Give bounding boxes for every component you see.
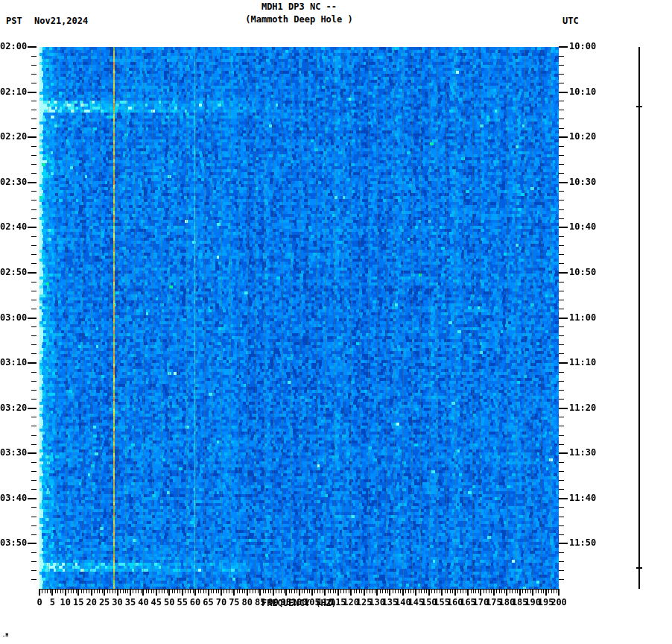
left-axis-minor-tick: [31, 552, 37, 553]
frequency-major-tick: [104, 589, 105, 596]
left-axis-minor-tick: [31, 291, 37, 291]
right-axis-minor-tick: [559, 128, 564, 129]
left-axis-major-tick: [28, 92, 37, 93]
left-axis-time-label: 03:30: [0, 447, 27, 458]
frequency-major-tick: [558, 589, 560, 596]
timezone-left-label: PST: [6, 16, 22, 26]
left-axis-time-label: 02:10: [0, 86, 27, 97]
frequency-minor-tick: [213, 589, 214, 593]
right-axis-minor-tick: [559, 300, 564, 300]
frequency-minor-tick: [522, 589, 523, 593]
frequency-minor-tick: [127, 589, 128, 593]
frequency-minor-tick: [349, 589, 349, 593]
frequency-major-tick: [376, 589, 378, 596]
frequency-major-tick: [182, 589, 183, 596]
frequency-minor-tick: [457, 589, 458, 593]
frequency-minor-tick: [151, 589, 152, 593]
frequency-major-tick: [402, 589, 404, 596]
right-axis-time-label: 11:30: [569, 447, 602, 458]
frequency-minor-tick: [504, 589, 505, 593]
right-axis-time-label: 10:00: [569, 41, 602, 51]
frequency-minor-tick: [284, 589, 285, 593]
right-axis-minor-tick: [559, 236, 564, 237]
frequency-major-tick: [493, 589, 495, 596]
right-axis-time-label: 11:00: [569, 312, 602, 323]
frequency-minor-tick: [375, 589, 375, 593]
right-axis-minor-tick: [559, 552, 564, 553]
frequency-minor-tick: [340, 589, 341, 593]
right-axis-minor-tick: [559, 417, 564, 417]
frequency-major-tick: [545, 589, 547, 596]
left-axis-minor-tick: [31, 462, 37, 463]
right-axis-minor-tick: [559, 200, 564, 201]
left-axis-time-label: 02:00: [0, 41, 27, 51]
frequency-minor-tick: [343, 589, 344, 593]
frequency-minor-tick: [302, 589, 302, 593]
frequency-minor-tick: [426, 589, 427, 593]
frequency-major-tick: [454, 589, 456, 596]
frequency-minor-tick: [541, 589, 542, 593]
right-axis-minor-tick: [559, 444, 564, 445]
right-axis-major-tick: [559, 362, 568, 364]
left-axis-major-tick: [28, 498, 37, 499]
left-axis-major-tick: [28, 272, 37, 274]
frequency-minor-tick: [359, 589, 360, 593]
right-axis-major-tick: [559, 272, 568, 274]
right-axis-minor-tick: [559, 579, 564, 580]
right-axis-major-tick: [559, 182, 568, 183]
frequency-major-tick: [247, 589, 248, 596]
right-axis-minor-tick: [559, 291, 564, 291]
left-axis-minor-tick: [31, 372, 37, 373]
frequency-minor-tick: [489, 589, 489, 593]
right-axis-time-label: 10:20: [569, 131, 602, 142]
frequency-minor-tick: [304, 589, 305, 593]
right-axis-minor-tick: [559, 353, 564, 354]
frequency-minor-tick: [294, 589, 295, 593]
right-axis-minor-tick: [559, 390, 564, 391]
frequency-minor-tick: [276, 589, 276, 593]
left-axis-major-tick: [28, 46, 37, 48]
left-axis-time-label: 03:10: [0, 357, 27, 367]
left-axis-minor-tick: [31, 209, 37, 210]
right-axis-time-label: 10:50: [569, 267, 602, 277]
frequency-minor-tick: [174, 589, 175, 593]
frequency-minor-tick: [281, 589, 282, 593]
frequency-minor-tick: [180, 589, 180, 593]
right-axis-minor-tick: [559, 344, 564, 345]
frequency-minor-tick: [94, 589, 95, 593]
frequency-minor-tick: [421, 589, 422, 593]
frequency-minor-tick: [203, 589, 204, 593]
frequency-minor-tick: [367, 589, 367, 593]
frequency-minor-tick: [289, 589, 290, 593]
frequency-minor-tick: [501, 589, 502, 593]
frequency-minor-tick: [89, 589, 89, 593]
frequency-major-tick: [532, 589, 533, 596]
left-axis-minor-tick: [31, 471, 37, 472]
left-axis-minor-tick: [31, 335, 37, 336]
frequency-minor-tick: [400, 589, 401, 593]
frequency-minor-tick: [242, 589, 243, 593]
frequency-minor-tick: [50, 589, 51, 593]
left-axis-minor-tick: [31, 101, 37, 101]
right-axis-minor-tick: [559, 570, 564, 571]
frequency-major-tick: [299, 589, 300, 596]
frequency-minor-tick: [554, 589, 554, 593]
frequency-minor-tick: [484, 589, 484, 593]
left-axis-minor-tick: [31, 218, 37, 219]
left-axis-minor-tick: [31, 146, 37, 147]
right-axis-minor-tick: [559, 101, 564, 101]
right-axis-major-tick: [559, 92, 568, 93]
left-axis-minor-tick: [31, 480, 37, 481]
right-axis-major-tick: [559, 46, 568, 48]
frequency-minor-tick: [354, 589, 355, 593]
right-axis-major-tick: [559, 543, 568, 544]
frequency-minor-tick: [361, 589, 362, 593]
left-axis-time-label: 02:20: [0, 131, 27, 142]
frequency-major-tick: [156, 589, 157, 596]
left-axis-minor-tick: [31, 191, 37, 192]
frequency-minor-tick: [452, 589, 453, 593]
left-axis-major-tick: [28, 408, 37, 409]
frequency-minor-tick: [330, 589, 331, 593]
left-axis-major-tick: [28, 543, 37, 544]
right-axis-minor-tick: [559, 254, 564, 255]
